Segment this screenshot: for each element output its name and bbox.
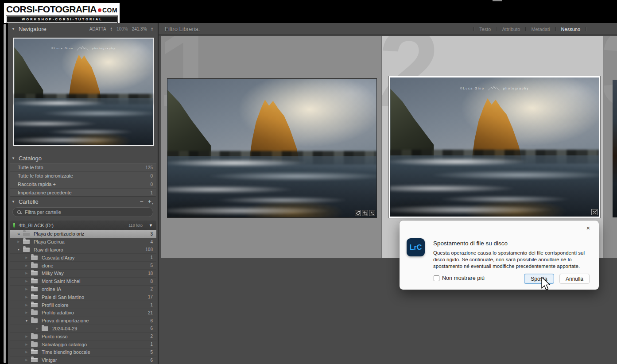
collapse-triangle-icon[interactable]: ▼: [12, 200, 15, 204]
catalog-item[interactable]: Tutte le foto125: [10, 163, 156, 172]
folder-row[interactable]: ▶Playa Gueirua4: [10, 238, 156, 246]
folder-row[interactable]: ▶clone5: [10, 262, 156, 270]
folder-icon: [31, 334, 38, 339]
folder-label: Playa Gueirua: [34, 239, 150, 244]
catalog-item[interactable]: Raccolta rapida +0: [10, 180, 156, 189]
cancel-button[interactable]: Annulla: [559, 274, 590, 284]
catalog-item[interactable]: Tutte le foto sincronizzate0: [10, 172, 156, 180]
dialog-title: Spostamento di file su disco: [433, 240, 508, 247]
folder-row[interactable]: ▶Vintgar6: [10, 356, 156, 364]
remove-folder-button[interactable]: −: [140, 198, 144, 205]
triangle-collapsed-icon[interactable]: ▶: [24, 343, 29, 346]
keyword-badge-icon[interactable]: [355, 210, 361, 216]
folder-row[interactable]: ▶Profilo adattivo21: [10, 309, 156, 317]
triangle-collapsed-icon[interactable]: ▶: [16, 240, 21, 244]
folder-count: 2: [150, 334, 153, 339]
folder-icon: [42, 326, 48, 331]
triangle-collapsed-icon[interactable]: ▶: [24, 303, 29, 307]
catalog-item-count: 0: [150, 182, 153, 187]
zoom-100-button[interactable]: 100%: [116, 27, 128, 31]
filter-tabs: TestoAttributoMetadatiNessuno: [473, 23, 586, 35]
move-files-dialog: × LrC Spostamento di file su disco Quest…: [400, 221, 599, 290]
triangle-collapsed-icon[interactable]: ▶: [24, 256, 29, 259]
triangle-collapsed-icon[interactable]: ▶: [24, 279, 29, 283]
grid-cell-1[interactable]: 1: [161, 36, 382, 258]
chevron-down-icon[interactable]: ▼: [149, 223, 153, 228]
filter-tab-attributo[interactable]: Attributo: [497, 27, 525, 32]
logo-title-text: CORSI-FOTOGRAFIA: [6, 4, 97, 14]
filter-tab-metadati[interactable]: Metadati: [526, 27, 555, 32]
window-edge-artifact: [493, 0, 502, 1]
photo-foam: [167, 151, 376, 217]
folder-row[interactable]: ▼Prova di importazione6: [10, 317, 156, 325]
triangle-collapsed-icon[interactable]: ▶: [24, 311, 29, 314]
collapse-triangle-icon[interactable]: ▼: [12, 27, 15, 31]
catalog-panel-header[interactable]: ▼ Catalogo: [10, 154, 156, 163]
folders-panel-header[interactable]: ▼ Cartelle − +▾: [10, 197, 156, 206]
catalog-item-count: 1: [150, 190, 153, 195]
zoom-stepper-icon[interactable]: ▲▼: [110, 27, 113, 31]
filter-tab-testo[interactable]: Testo: [474, 27, 496, 32]
triangle-collapsed-icon[interactable]: ▶: [24, 287, 29, 291]
dont-show-again-checkbox[interactable]: Non mostrare più: [434, 275, 485, 281]
catalog-item-label: Importazione precedente: [18, 190, 150, 195]
folder-count: 6: [150, 326, 153, 331]
folder-row[interactable]: ▶2024-04-296: [10, 325, 156, 333]
folder-label: Cascata d'Arpy: [42, 255, 150, 260]
checkbox-icon[interactable]: [434, 275, 439, 281]
triangle-expanded-icon[interactable]: ▼: [24, 319, 29, 322]
zoom-custom-button[interactable]: 241.3%: [132, 27, 147, 31]
left-panel-scrollbar[interactable]: [4, 24, 6, 363]
zoom-stepper-icon[interactable]: ▲▼: [151, 27, 153, 31]
double-arrow-icon[interactable]: »: [16, 232, 21, 236]
adjustments-badge-icon[interactable]: [369, 210, 375, 216]
triangle-collapsed-icon[interactable]: ▶: [24, 335, 29, 338]
folder-row[interactable]: ▶ordine IA2: [10, 286, 156, 294]
folder-row[interactable]: ▶Cascata d'Arpy1: [10, 254, 156, 262]
photo-thumbnail-3[interactable]: [613, 80, 617, 217]
folder-count: 6: [150, 318, 153, 323]
triangle-collapsed-icon[interactable]: ▶: [24, 350, 29, 354]
collapse-triangle-icon[interactable]: ▼: [12, 156, 15, 160]
folder-row[interactable]: »Playa de portizuelo oriz3: [10, 230, 156, 238]
triangle-expanded-icon[interactable]: ▼: [16, 248, 21, 251]
filter-tab-nessuno[interactable]: Nessuno: [556, 27, 586, 32]
triangle-collapsed-icon[interactable]: ▶: [24, 358, 29, 362]
folder-icon: [23, 240, 30, 244]
zoom-fit-button[interactable]: ADATTA: [89, 27, 106, 31]
folder-label: Salvataggio catalogo: [42, 342, 150, 347]
folder-icon: [31, 342, 38, 347]
folder-row[interactable]: ▶Mont Saint Michel8: [10, 278, 156, 286]
grid-cell-3[interactable]: 3: [604, 36, 617, 258]
folder-filter-input[interactable]: Filtra per cartelle: [12, 207, 153, 217]
navigator-preview[interactable]: ©Luca Gino photography: [13, 38, 154, 146]
photo-thumbnail-2[interactable]: ©Luca Gino photography: [389, 76, 600, 218]
folder-row[interactable]: ▶Milky Way18: [10, 270, 156, 278]
folder-row[interactable]: ▶Pale di San Martino17: [10, 293, 156, 301]
left-edge-strip: [0, 23, 8, 364]
watermark-author: ©Luca Gino: [460, 87, 485, 90]
folder-icon: [31, 279, 38, 283]
folder-row[interactable]: ▶Time blending boccale5: [10, 349, 156, 356]
folder-row[interactable]: ▶Salvataggio catalogo1: [10, 341, 156, 349]
triangle-collapsed-icon[interactable]: ▶: [24, 271, 29, 275]
folder-label: 2024-04-29: [52, 326, 150, 331]
navigator-panel-header[interactable]: ▼ Navigatore ADATTA ▲▼ 100% 241.3% ▲▼: [10, 24, 156, 33]
folder-label: Profilo adattivo: [42, 310, 148, 315]
folder-label: Raw di lavoro: [34, 247, 145, 252]
add-folder-button[interactable]: +▾: [148, 198, 153, 205]
crop-badge-icon[interactable]: [362, 210, 368, 216]
triangle-collapsed-icon[interactable]: ▶: [24, 295, 29, 299]
close-icon[interactable]: ×: [584, 223, 593, 232]
folder-row[interactable]: ▶Punto rosso2: [10, 333, 156, 341]
folder-row[interactable]: ▶Profili colore1: [10, 301, 156, 309]
triangle-collapsed-icon[interactable]: ▶: [24, 264, 29, 267]
adjustments-badge-icon[interactable]: [591, 209, 598, 215]
catalog-item[interactable]: Importazione precedente1: [10, 189, 156, 197]
volume-header[interactable]: 4tb_BLACK (D:) 118 foto ▼: [10, 221, 156, 230]
main-area: Filtro Libreria: TestoAttributoMetadatiN…: [159, 23, 617, 364]
photo-thumbnail-1[interactable]: [167, 78, 377, 218]
folder-label: Playa de portizuelo oriz: [34, 231, 150, 236]
triangle-collapsed-icon[interactable]: ▶: [35, 327, 40, 330]
folder-row[interactable]: ▼Raw di lavoro108: [10, 246, 156, 254]
